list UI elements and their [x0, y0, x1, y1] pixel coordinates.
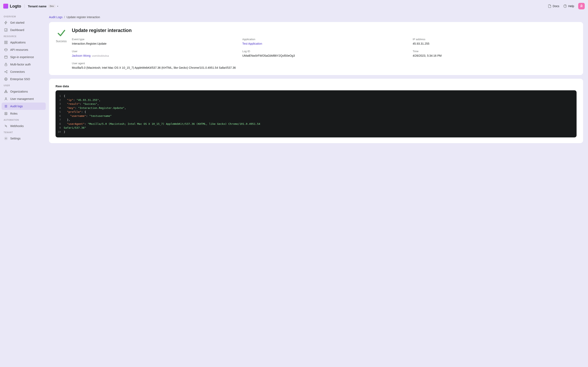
sidebar-item-label: User management: [10, 97, 34, 100]
tenant-badge: Dev: [48, 4, 56, 8]
success-check-icon: [57, 29, 66, 38]
svg-rect-5: [4, 43, 6, 44]
sidebar-item-label: Connectors: [10, 70, 25, 73]
sidebar-item-applications[interactable]: Applications: [2, 39, 46, 46]
svg-point-19: [6, 138, 7, 139]
help-link[interactable]: Help: [563, 4, 574, 8]
logo[interactable]: Logto: [3, 4, 21, 8]
logid-value: UMatENw0rFWO5aGbMl8tY2Qol50eOg3: [242, 54, 406, 57]
sidebar-section-header: AUTOMATION: [2, 117, 46, 122]
sidebar-item-connectors[interactable]: Connectors: [2, 68, 46, 75]
sidebar-item-get-started[interactable]: Get started: [2, 19, 46, 26]
logo-icon: [3, 4, 8, 8]
svg-rect-8: [5, 64, 7, 66]
logo-text: Logto: [10, 4, 21, 8]
ip-value: 45.93.31.255: [413, 42, 577, 45]
chevron-down-icon: ▾: [57, 5, 58, 7]
svg-point-1: [565, 7, 565, 7]
sidebar-section-header: USER: [2, 83, 46, 88]
sidebar-item-api-resources[interactable]: API resources: [2, 46, 46, 53]
grid-icon: [4, 41, 8, 44]
raw-json-block[interactable]: 1{2 "ip": "45.93.31.255",3 "result": "Su…: [56, 90, 577, 137]
svg-rect-13: [6, 90, 7, 91]
svg-rect-7: [4, 56, 7, 58]
org-icon: [4, 90, 8, 93]
sidebar-item-multi-factor-auth[interactable]: Multi-factor auth: [2, 61, 46, 68]
sidebar-item-label: Dashboard: [10, 28, 24, 32]
hook-icon: [4, 124, 8, 128]
svg-rect-6: [6, 43, 7, 44]
sidebar-item-audit-logs[interactable]: Audit logs: [2, 103, 46, 110]
detail-card: Success Update register interaction Even…: [49, 22, 583, 75]
page-title: Update register interaction: [72, 28, 577, 33]
sidebar-item-label: Settings: [10, 137, 21, 140]
sidebar-item-label: Enterprise SSO: [10, 77, 30, 81]
document-icon: [548, 4, 552, 8]
lock-icon: [4, 63, 8, 66]
status-text: Success: [56, 40, 67, 43]
help-icon: [563, 4, 567, 8]
sidebar-item-roles[interactable]: Roles: [2, 110, 46, 117]
sidebar-item-label: Get started: [10, 21, 24, 24]
breadcrumb-parent[interactable]: Audit Logs: [49, 16, 62, 19]
tenant-switcher[interactable]: Tenant name Dev ▾: [28, 4, 58, 8]
share-icon: [4, 70, 8, 74]
list-icon: [4, 104, 8, 108]
topbar: Logto Tenant name Dev ▾ Docs Help Й: [0, 0, 588, 12]
raw-title: Raw data: [56, 84, 577, 88]
user-link[interactable]: Jackson Wong: [72, 54, 91, 57]
svg-point-16: [5, 98, 7, 99]
breadcrumb: Audit Logs / Update register interaction: [49, 12, 583, 22]
sidebar-item-label: Organizations: [10, 90, 28, 93]
window-icon: [4, 55, 8, 59]
sidebar-item-sign-in-experience[interactable]: Sign-in experience: [2, 53, 46, 61]
vertical-divider: [25, 4, 25, 8]
sidebar-item-label: Applications: [10, 41, 26, 44]
sidebar-item-dashboard[interactable]: Dashboard: [2, 26, 46, 34]
sidebar-item-label: API resources: [10, 48, 28, 51]
sidebar-item-enterprise-sso[interactable]: Enterprise SSO: [2, 75, 46, 83]
breadcrumb-current: Update register interaction: [67, 16, 100, 19]
time-value: 4/26/2023, 5:34:16 PM: [413, 54, 577, 57]
user-id: useridsddsdsa: [92, 54, 109, 57]
sidebar-section-header: OVERVIEW: [2, 14, 46, 19]
sidebar-item-organizations[interactable]: Organizations: [2, 88, 46, 95]
sidebar-section-header: TENANT: [2, 130, 46, 135]
svg-point-18: [6, 113, 6, 114]
docs-link[interactable]: Docs: [548, 4, 559, 8]
svg-rect-15: [6, 92, 7, 93]
raw-card: Raw data 1{2 "ip": "45.93.31.255",3 "res…: [49, 79, 583, 143]
application-link[interactable]: Test Application: [242, 42, 262, 45]
tenant-name: Tenant name: [28, 4, 47, 8]
ua-value: Mozilla/5.0 (Macintosh; Intel Mac OS X 1…: [72, 66, 577, 69]
sidebar-section-header: RESOURCE: [2, 34, 46, 39]
svg-rect-4: [6, 41, 7, 42]
svg-rect-3: [4, 41, 6, 42]
gear-icon: [4, 137, 8, 140]
role-icon: [4, 112, 8, 115]
sidebar-item-settings[interactable]: Settings: [2, 135, 46, 142]
sso-icon: [4, 77, 8, 81]
zap-icon: [4, 21, 8, 25]
event-type-value: Interaction.Register.Update: [72, 42, 236, 45]
chart-icon: [4, 28, 8, 32]
sidebar-item-label: Audit logs: [10, 105, 23, 108]
sidebar-item-user-management[interactable]: User management: [2, 95, 46, 103]
sidebar-item-label: Roles: [10, 112, 17, 115]
svg-rect-14: [4, 92, 6, 93]
user-icon: [4, 97, 8, 101]
box-icon: [4, 48, 8, 52]
sidebar-item-label: Webhooks: [10, 124, 24, 128]
sidebar-item-label: Multi-factor auth: [10, 63, 31, 66]
avatar[interactable]: Й: [578, 3, 585, 9]
sidebar-item-label: Sign-in experience: [10, 55, 34, 59]
main-content: Audit Logs / Update register interaction…: [47, 12, 588, 152]
sidebar-item-webhooks[interactable]: Webhooks: [2, 122, 46, 130]
sidebar: OVERVIEWGet startedDashboardRESOURCEAppl…: [0, 12, 47, 152]
